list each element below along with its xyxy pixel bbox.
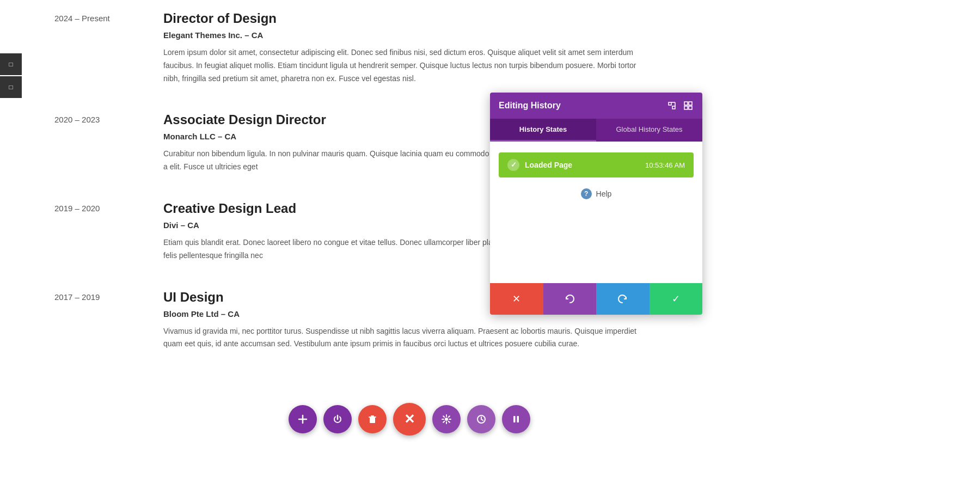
float-btn-pause[interactable] — [502, 405, 530, 433]
left-sidebar: □ □ — [0, 53, 22, 98]
history-item-label: Loaded Page — [525, 161, 572, 169]
tab-history-states[interactable]: History States — [490, 119, 596, 142]
year-range-3: 2019 – 2020 — [54, 201, 163, 262]
footer-btn-redo[interactable] — [596, 283, 650, 315]
history-item-left: ✓ Loaded Page — [507, 159, 572, 171]
float-btn-close[interactable]: ✕ — [393, 403, 426, 436]
svg-rect-11 — [369, 416, 376, 418]
year-range-2: 2020 – 2023 — [54, 112, 163, 174]
history-item-time: 10:53:46 AM — [645, 161, 685, 169]
float-btn-history[interactable] — [467, 405, 495, 433]
history-item-loaded-page[interactable]: ✓ Loaded Page 10:53:46 AM — [499, 152, 694, 177]
panel-icon-expand[interactable] — [666, 100, 677, 111]
tab-global-history-states[interactable]: Global History States — [596, 119, 702, 142]
svg-rect-7 — [689, 106, 692, 109]
svg-rect-15 — [513, 416, 516, 422]
help-text[interactable]: Help — [596, 189, 612, 198]
description-4: Vivamus id gravida mi, nec porttitor tur… — [163, 325, 653, 351]
help-section: ? Help — [499, 188, 694, 199]
panel-footer: ✕ ✓ — [490, 283, 702, 315]
check-icon: ✓ — [507, 159, 519, 171]
description-1: Lorem ipsum dolor sit amet, consectetur … — [163, 46, 653, 85]
float-btn-power[interactable] — [323, 405, 352, 433]
company-1: Elegant Themes Inc. – CA — [163, 30, 653, 40]
sidebar-btn-1[interactable]: □ — [0, 53, 22, 75]
float-btn-delete[interactable] — [358, 405, 387, 433]
entry-content-1: Director of Design Elegant Themes Inc. –… — [163, 11, 653, 85]
panel-icon-grid[interactable] — [683, 100, 694, 111]
svg-rect-4 — [684, 102, 688, 105]
svg-rect-16 — [517, 416, 519, 422]
sidebar-btn-2[interactable]: □ — [0, 76, 22, 98]
year-range-4: 2017 – 2019 — [54, 290, 163, 351]
float-btn-add[interactable] — [289, 405, 317, 433]
panel-body: ✓ Loaded Page 10:53:46 AM ? Help — [490, 142, 702, 283]
timeline-entry-1: 2024 – Present Director of Design Elegan… — [54, 11, 958, 85]
footer-btn-save[interactable]: ✓ — [650, 283, 703, 315]
svg-point-13 — [445, 418, 448, 421]
svg-rect-5 — [689, 102, 692, 105]
year-range-1: 2024 – Present — [54, 11, 163, 85]
svg-rect-1 — [672, 106, 675, 109]
svg-rect-12 — [371, 415, 374, 416]
svg-rect-0 — [669, 102, 671, 105]
svg-rect-10 — [370, 418, 375, 423]
editing-history-panel: Editing History History Sta — [490, 93, 702, 315]
svg-rect-6 — [684, 106, 688, 109]
job-title-1: Director of Design — [163, 11, 653, 26]
help-icon: ? — [581, 188, 592, 199]
footer-btn-cancel[interactable]: ✕ — [490, 283, 543, 315]
float-btn-settings[interactable] — [432, 405, 461, 433]
panel-title: Editing History — [499, 101, 561, 111]
panel-header-icons — [666, 100, 694, 111]
floating-toolbar: ✕ — [289, 403, 530, 436]
panel-tabs: History States Global History States — [490, 119, 702, 142]
panel-header: Editing History — [490, 93, 702, 119]
footer-btn-undo[interactable] — [543, 283, 597, 315]
